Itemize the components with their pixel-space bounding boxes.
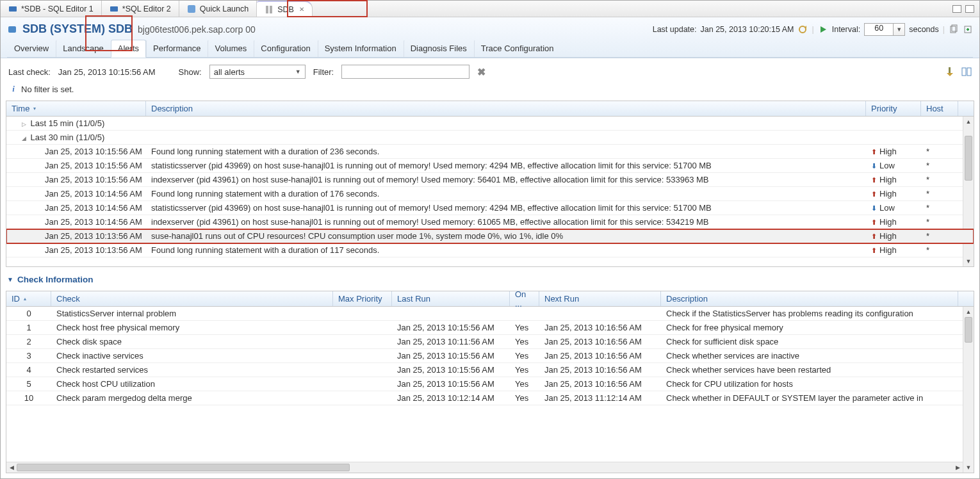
close-icon[interactable]: ✕ (299, 6, 304, 13)
tab-sql-editor-2[interactable]: *SQL Editor 2 (102, 1, 179, 17)
alert-row[interactable]: Jan 25, 2013 10:13:56 AMsuse-hanajl01 ru… (6, 229, 974, 243)
alerts-table-body[interactable]: ▷ Last 15 min (11/0/5)◢ Last 30 min (11/… (6, 117, 974, 266)
checks-table-header: ID▴ Check Max Priority Last Run On ... N… (6, 291, 974, 307)
page-title: SDB (SYSTEM) SDB (22, 22, 133, 36)
svg-rect-2 (188, 5, 195, 13)
interval-dropdown[interactable]: ▼ (894, 23, 905, 36)
inner-tabs: Overview Landscape Alerts Performance Vo… (7, 40, 973, 58)
tab-diagnosis-files[interactable]: Diagnosis Files (404, 40, 474, 57)
scroll-left-icon[interactable]: ◀ (6, 462, 17, 473)
check-row[interactable]: 3Check inactive servicesJan 25, 2013 10:… (6, 349, 974, 363)
priority-up-icon: ⬆ (871, 247, 877, 254)
sql-icon (8, 4, 17, 13)
priority-up-icon: ⬆ (871, 148, 877, 156)
col-host[interactable]: Host (921, 101, 958, 116)
col-time[interactable]: Time▾ (6, 101, 146, 116)
refresh-icon[interactable] (797, 24, 808, 35)
alert-row[interactable]: Jan 25, 2013 10:14:56 AMFound long runni… (6, 187, 974, 201)
check-row[interactable]: 0StatisticsServer internal problemCheck … (6, 307, 974, 321)
expander-icon[interactable]: ◢ (19, 135, 28, 142)
last-update-value: Jan 25, 2013 10:20:15 AM (701, 25, 794, 34)
horizontal-scrollbar[interactable]: ◀ ▶ (6, 462, 963, 473)
tab-landscape[interactable]: Landscape (56, 40, 111, 57)
priority-up-icon: ⬆ (871, 176, 877, 184)
col-priority[interactable]: Priority (866, 101, 921, 116)
page-header: SDB (SYSTEM) SDB bjg06test006.pek.sap.co… (1, 17, 979, 58)
quick-launch-icon (187, 4, 196, 13)
scroll-up-icon[interactable]: ▲ (963, 307, 974, 317)
scroll-thumb[interactable] (965, 317, 972, 343)
show-value: all alerts (214, 67, 245, 77)
export-icon[interactable] (963, 24, 973, 35)
checks-table: ID▴ Check Max Priority Last Run On ... N… (6, 291, 974, 473)
group-row[interactable]: ◢ Last 30 min (11/0/5) (6, 131, 974, 145)
scroll-thumb[interactable] (965, 136, 972, 181)
toggle-view-icon[interactable] (961, 67, 972, 77)
sql-icon (110, 4, 118, 13)
svg-rect-1 (110, 6, 118, 12)
alert-row[interactable]: Jan 25, 2013 10:15:56 AMFound long runni… (6, 145, 974, 159)
maximize-button[interactable] (965, 5, 974, 13)
check-row[interactable]: 2Check disk spaceJan 25, 2013 10:11:56 A… (6, 335, 974, 349)
tab-volumes[interactable]: Volumes (208, 40, 254, 57)
col-description[interactable]: Description (146, 101, 866, 116)
alert-row[interactable]: Jan 25, 2013 10:14:56 AMindexserver (pid… (6, 215, 974, 229)
tab-quick-launch[interactable]: Quick Launch (179, 1, 257, 17)
window-controls (952, 1, 979, 17)
section-title: Check Information (17, 275, 94, 284)
copy-icon[interactable] (949, 24, 959, 35)
svg-rect-5 (8, 26, 16, 33)
col-spacer (958, 101, 974, 116)
minimize-button[interactable] (952, 5, 961, 13)
scroll-down-icon[interactable]: ▼ (963, 462, 974, 473)
filter-info: i No filter is set. (1, 81, 979, 101)
tab-system-information[interactable]: System Information (318, 40, 404, 57)
col-next-run[interactable]: Next Run (539, 291, 661, 306)
tab-sdb-sql-editor-1[interactable]: *SDB - SQL Editor 1 (1, 1, 102, 17)
vertical-scrollbar[interactable]: ▲ ▼ (963, 307, 974, 473)
col-id[interactable]: ID▴ (6, 291, 51, 306)
last-update-label: Last update: (653, 25, 697, 34)
clear-filter-button[interactable]: ✖ (477, 66, 486, 78)
configure-alerts-icon[interactable] (945, 67, 955, 77)
col-on[interactable]: On ... (510, 291, 539, 306)
group-row[interactable]: ▷ Last 15 min (11/0/5) (6, 117, 974, 131)
play-icon[interactable] (818, 24, 828, 35)
vertical-scrollbar[interactable]: ▲ ▼ (963, 117, 974, 266)
svg-rect-0 (9, 6, 17, 12)
check-row[interactable]: 1Check host free physical memoryJan 25, … (6, 321, 974, 335)
svg-rect-12 (967, 68, 971, 76)
scroll-up-icon[interactable]: ▲ (963, 117, 974, 127)
alert-row[interactable]: Jan 25, 2013 10:14:56 AMstatisticsserver… (6, 201, 974, 215)
tab-trace-configuration[interactable]: Trace Configuration (474, 40, 561, 57)
alert-row[interactable]: Jan 25, 2013 10:15:56 AMindexserver (pid… (6, 173, 974, 187)
tab-alerts[interactable]: Alerts (111, 40, 146, 58)
col-description[interactable]: Description (661, 291, 958, 306)
show-select[interactable]: all alerts ▼ (209, 65, 306, 79)
scroll-thumb[interactable] (17, 464, 350, 471)
priority-up-icon: ⬆ (871, 218, 877, 226)
tab-sdb[interactable]: SDB ✕ (257, 1, 313, 17)
db-icon (7, 24, 17, 35)
tab-performance[interactable]: Performance (146, 40, 208, 57)
expander-icon[interactable]: ▷ (19, 121, 28, 127)
check-row[interactable]: 10Check param mergedog delta mergeJan 25… (6, 391, 974, 405)
col-check[interactable]: Check (51, 291, 333, 306)
tab-configuration[interactable]: Configuration (254, 40, 317, 57)
check-information-section[interactable]: ▼ Check Information (1, 272, 979, 287)
checks-table-body[interactable]: 0StatisticsServer internal problemCheck … (6, 307, 974, 473)
svg-rect-11 (962, 68, 966, 76)
alert-row[interactable]: Jan 25, 2013 10:13:56 AMFound long runni… (6, 243, 974, 257)
alert-row[interactable]: Jan 25, 2013 10:15:56 AMstatisticsserver… (6, 159, 974, 173)
scroll-right-icon[interactable]: ▶ (952, 462, 963, 473)
scroll-down-icon[interactable]: ▼ (963, 256, 974, 266)
col-max-priority[interactable]: Max Priority (333, 291, 392, 306)
alerts-table-header: Time▾ Description Priority Host (6, 101, 974, 117)
col-last-run[interactable]: Last Run (392, 291, 510, 306)
check-row[interactable]: 4Check restarted servicesJan 25, 2013 10… (6, 363, 974, 377)
interval-input[interactable]: 60 (864, 23, 894, 36)
filter-input[interactable] (341, 65, 470, 79)
check-row[interactable]: 5Check host CPU utilizationJan 25, 2013 … (6, 377, 974, 391)
collapse-icon: ▼ (7, 276, 13, 283)
tab-overview[interactable]: Overview (7, 40, 56, 57)
